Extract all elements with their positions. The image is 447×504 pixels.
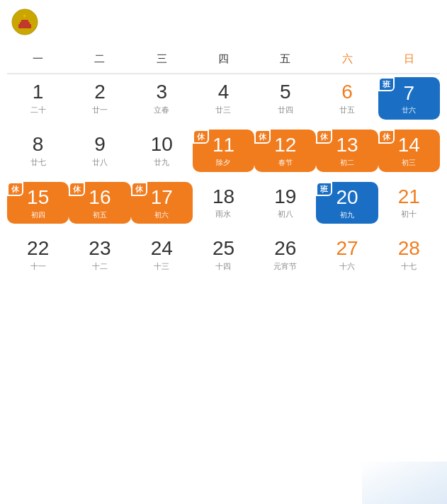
calendar-container: 一 二 三 四 五 六 日 1二十2廿一3立春4廿三5廿四6廿五班7廿六8廿七9… [0, 50, 447, 276]
day-lunar: 初二 [340, 158, 354, 168]
day-number: 1 [33, 81, 44, 103]
day-lunar: 初十 [401, 209, 417, 219]
day-lunar: 十三 [154, 261, 169, 272]
day-number: 17 [151, 187, 173, 209]
day-cell[interactable]: 10廿九 [131, 130, 193, 172]
day-lunar: 十二 [92, 261, 108, 272]
day-cell[interactable]: 6廿五 [316, 77, 378, 120]
day-number: 23 [89, 238, 111, 260]
day-cell[interactable]: 28十七 [378, 234, 440, 276]
day-number: 19 [274, 186, 296, 208]
day-cell[interactable]: 休12春节 [254, 130, 316, 172]
day-cell[interactable]: 休14初三 [378, 130, 440, 172]
day-number: 20 [336, 187, 358, 209]
svg-rect-4 [21, 20, 28, 23]
day-cell[interactable]: 班7廿六 [378, 77, 440, 120]
day-number: 11 [213, 134, 234, 156]
day-lunar: 雨水 [215, 209, 231, 219]
weekday-sun: 日 [378, 50, 440, 69]
day-number: 5 [280, 81, 291, 103]
day-cell[interactable]: 休15初四 [7, 182, 69, 224]
row-separator [7, 122, 440, 127]
day-number: 21 [398, 186, 420, 208]
day-cell[interactable]: 休13初二 [316, 130, 378, 172]
row-separator [7, 227, 440, 231]
day-number: 4 [218, 81, 230, 103]
day-lunar: 廿六 [402, 105, 416, 115]
logo-area [11, 8, 44, 35]
workday-badge: 班 [316, 182, 332, 196]
day-number: 15 [27, 187, 49, 209]
day-number: 10 [151, 134, 173, 156]
day-lunar: 廿三 [215, 105, 231, 115]
weekday-wed: 三 [131, 50, 193, 69]
day-lunar: 十七 [401, 261, 417, 272]
day-cell[interactable]: 9廿八 [69, 130, 130, 172]
day-lunar: 廿七 [30, 157, 46, 168]
day-lunar: 廿五 [339, 105, 355, 115]
day-number: 12 [274, 134, 296, 156]
day-cell[interactable]: 4廿三 [193, 77, 254, 120]
day-lunar: 除夕 [216, 158, 230, 168]
day-number: 8 [33, 134, 44, 156]
weekday-tue: 二 [69, 50, 130, 69]
day-cell[interactable]: 3立春 [131, 77, 193, 120]
holiday-badge: 休 [254, 130, 271, 144]
day-lunar: 初四 [31, 210, 45, 220]
day-lunar: 初五 [93, 210, 107, 220]
logo-emblem-icon [11, 8, 38, 35]
day-cell[interactable]: 25十四 [193, 234, 254, 276]
holiday-badge: 休 [378, 130, 395, 144]
day-lunar: 立春 [154, 105, 169, 115]
day-cell[interactable]: 18雨水 [193, 182, 254, 224]
day-lunar: 初三 [402, 158, 416, 168]
bottom-gradient [362, 462, 447, 504]
day-number: 2 [94, 81, 106, 103]
day-cell[interactable]: 5廿四 [254, 77, 316, 120]
day-lunar: 廿四 [278, 105, 293, 115]
day-lunar: 廿一 [92, 105, 108, 115]
day-cell[interactable]: 26元宵节 [254, 234, 316, 276]
holiday-badge: 休 [316, 130, 332, 144]
day-number: 24 [151, 238, 173, 260]
day-lunar: 十四 [215, 261, 231, 272]
day-cell[interactable]: 休17初六 [131, 182, 193, 224]
weekday-sat: 六 [316, 50, 378, 69]
day-lunar: 元宵节 [273, 261, 297, 272]
day-cell[interactable]: 19初八 [254, 182, 316, 224]
month-display [434, 18, 436, 26]
day-cell[interactable]: 24十三 [131, 234, 193, 276]
day-cell[interactable]: 8廿七 [7, 130, 69, 172]
day-number: 13 [336, 134, 358, 156]
day-number: 26 [274, 238, 296, 260]
day-cell[interactable]: 1二十 [7, 77, 69, 120]
day-number: 6 [341, 81, 353, 103]
weekday-fri: 五 [254, 50, 316, 69]
holiday-badge: 休 [7, 182, 23, 196]
day-number: 28 [398, 238, 420, 260]
day-cell[interactable]: 23十二 [69, 234, 130, 276]
day-cell[interactable]: 27十六 [316, 234, 378, 276]
day-number: 7 [404, 83, 415, 105]
holiday-badge: 休 [131, 182, 147, 196]
holiday-badge: 休 [193, 130, 209, 144]
day-number: 9 [94, 134, 106, 156]
day-cell[interactable]: 22十一 [7, 234, 69, 276]
day-cell[interactable]: 休11除夕 [193, 130, 254, 172]
year-display [0, 41, 447, 50]
weekday-thu: 四 [193, 50, 254, 69]
weekdays-row: 一 二 三 四 五 六 日 [7, 50, 440, 74]
row-separator [7, 175, 440, 179]
day-lunar: 初八 [278, 209, 293, 219]
day-cell[interactable]: 休16初五 [69, 182, 130, 224]
header [0, 0, 447, 41]
day-lunar: 初九 [340, 210, 354, 220]
day-number: 16 [89, 187, 111, 209]
day-lunar: 二十 [30, 105, 46, 115]
day-cell[interactable]: 2廿一 [69, 77, 130, 120]
day-lunar: 初六 [154, 210, 169, 220]
day-number: 18 [213, 186, 234, 208]
day-number: 14 [398, 134, 420, 156]
day-cell[interactable]: 21初十 [378, 182, 440, 224]
day-cell[interactable]: 班20初九 [316, 182, 378, 224]
